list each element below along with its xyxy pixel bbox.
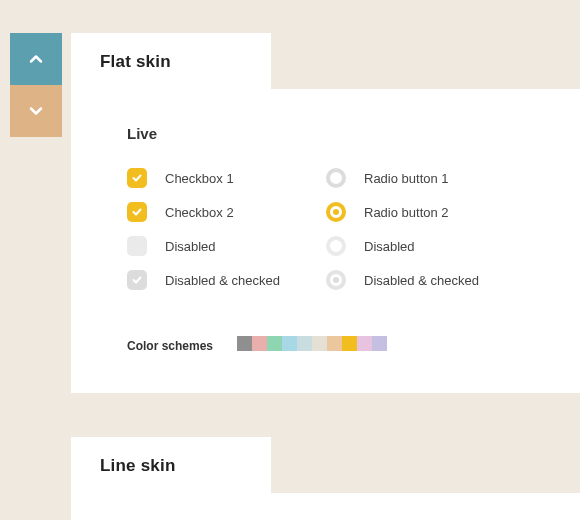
color-swatch-3[interactable] [282, 336, 297, 351]
checkbox-1[interactable] [127, 168, 147, 188]
checkbox-label: Disabled [165, 239, 216, 254]
checkbox-row: Disabled & checked [127, 268, 326, 292]
radio-label: Radio button 2 [364, 205, 449, 220]
color-schemes-label: Color schemes [127, 339, 213, 353]
radio-2[interactable] [326, 202, 346, 222]
checkbox-row: Checkbox 2 [127, 200, 326, 224]
flat-skin-title: Flat skin [100, 52, 242, 72]
chevron-down-icon [26, 101, 46, 121]
check-icon [131, 206, 143, 218]
line-skin-panel [71, 493, 580, 520]
radio-row: Disabled [326, 234, 525, 258]
radio-1[interactable] [326, 168, 346, 188]
line-skin-tab[interactable]: Line skin [71, 437, 271, 493]
radio-row: Disabled & checked [326, 268, 525, 292]
radio-label: Radio button 1 [364, 171, 449, 186]
checkbox-row: Checkbox 1 [127, 166, 326, 190]
live-section-title: Live [127, 125, 525, 142]
checkbox-row: Disabled [127, 234, 326, 258]
nav-down-button[interactable] [10, 85, 62, 137]
radio-disabled [326, 236, 346, 256]
flat-skin-tab[interactable]: Flat skin [71, 33, 271, 89]
nav-up-button[interactable] [10, 33, 62, 85]
checkbox-disabled-checked [127, 270, 147, 290]
checkbox-label: Checkbox 1 [165, 171, 234, 186]
check-icon [131, 172, 143, 184]
radio-row: Radio button 2 [326, 200, 525, 224]
radio-column: Radio button 1 Radio button 2 Disabled D… [326, 166, 525, 302]
radio-label: Disabled [364, 239, 415, 254]
color-swatch-1[interactable] [252, 336, 267, 351]
radio-label: Disabled & checked [364, 273, 479, 288]
color-swatch-6[interactable] [327, 336, 342, 351]
checkbox-label: Disabled & checked [165, 273, 280, 288]
color-swatch-8[interactable] [357, 336, 372, 351]
color-swatch-5[interactable] [312, 336, 327, 351]
checkbox-disabled [127, 236, 147, 256]
radio-row: Radio button 1 [326, 166, 525, 190]
color-swatch-2[interactable] [267, 336, 282, 351]
color-swatch-7[interactable] [342, 336, 357, 351]
color-schemes-row: Color schemes [127, 336, 525, 355]
color-swatch-4[interactable] [297, 336, 312, 351]
color-swatch-9[interactable] [372, 336, 387, 351]
checkbox-label: Checkbox 2 [165, 205, 234, 220]
radio-disabled-checked [326, 270, 346, 290]
color-swatch-0[interactable] [237, 336, 252, 351]
checkbox-2[interactable] [127, 202, 147, 222]
flat-skin-panel: Live Checkbox 1 Checkbox 2 [71, 89, 580, 393]
line-skin-title: Line skin [100, 456, 242, 476]
checkbox-column: Checkbox 1 Checkbox 2 Disabled [127, 166, 326, 302]
chevron-up-icon [26, 49, 46, 69]
check-icon [131, 274, 143, 286]
color-schemes-swatches [237, 336, 387, 355]
